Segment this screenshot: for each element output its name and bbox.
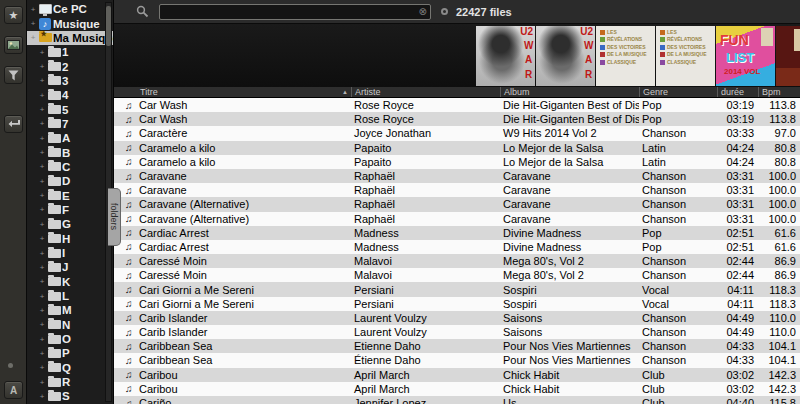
table-row[interactable]: ♫CariñoJennifer LopezUsClub04:40115.8 [114,396,800,404]
column-header-album[interactable]: Album [500,87,639,97]
table-row[interactable]: ♫Carib IslanderLaurent VoulzySaisonsChan… [114,311,800,325]
sidebar-item-k[interactable]: +K [27,275,113,289]
expand-plus-icon[interactable]: + [38,292,46,301]
sidebar-item-ce-pc[interactable]: +Ce PC [27,2,113,16]
table-row[interactable]: ♫Caramelo a kiloPapaitoLo Mejor de la Sa… [114,141,800,155]
clear-search-icon[interactable]: ⊗ [419,6,427,17]
table-row[interactable]: ♫CaravaneRaphaëlCaravaneChanson03:31100.… [114,169,800,183]
expand-plus-icon[interactable]: + [38,205,46,214]
sidebar-item-musique[interactable]: +♪Musique [27,16,113,30]
table-row[interactable]: ♫CaravaneRaphaëlCaravaneChanson03:31100.… [114,183,800,197]
expand-plus-icon[interactable]: + [29,33,37,42]
expand-plus-icon[interactable]: + [38,134,46,143]
sidebar-item-b[interactable]: +B [27,145,113,159]
table-row[interactable]: ♫CaribouApril MarchChick HabitClub03:021… [114,368,800,382]
expand-plus-icon[interactable]: + [38,62,46,71]
expand-plus-icon[interactable]: + [38,76,46,85]
sidebar-item-h[interactable]: +H [27,232,113,246]
expand-plus-icon[interactable]: + [38,162,46,171]
expand-plus-icon[interactable]: + [38,263,46,272]
cell-bpm: 142.3 [758,369,800,381]
column-header-artist[interactable]: Artiste [351,87,500,97]
table-row[interactable]: ♫Caribbean SeaEtienne DahoPour Nos Vies … [114,339,800,353]
album-cover-fun-list[interactable]: FUNLIST2014 VOL [716,26,775,86]
expand-plus-icon[interactable]: + [38,320,46,329]
album-cover-u2-war[interactable]: U2WAR [536,26,595,86]
column-header-dur[interactable]: durée [717,87,758,97]
sidebar-item-1[interactable]: +1 [27,45,113,59]
expand-plus-icon[interactable]: + [38,119,46,128]
sidebar-item-4[interactable]: +4 [27,88,113,102]
sidebar-item-d[interactable]: +D [27,174,113,188]
expand-plus-icon[interactable]: + [38,234,46,243]
sidebar-item-f[interactable]: +F [27,203,113,217]
sidebar-item-r[interactable]: +R [27,375,113,389]
table-row[interactable]: ♫Cardiac ArrestMadnessDivine MadnessPop0… [114,240,800,254]
sidebar-item-7[interactable]: +7 [27,117,113,131]
back-button[interactable] [4,115,23,133]
expand-plus-icon[interactable]: + [38,335,46,344]
search-input[interactable] [160,6,430,18]
expand-plus-icon[interactable]: + [38,378,46,387]
table-row[interactable]: ♫Caravane (Alternative)RaphaëlCaravaneCh… [114,212,800,226]
table-row[interactable]: ♫CaribouApril MarchChick HabitClub03:021… [114,382,800,396]
sidebar-item-j[interactable]: +J [27,260,113,274]
sidebar-item-m[interactable]: +M [27,303,113,317]
sidebar-item-a[interactable]: +A [27,131,113,145]
expand-plus-icon[interactable]: + [38,392,46,401]
sidebar-item-c[interactable]: +C [27,160,113,174]
album-cover-partial[interactable] [776,26,800,86]
expand-plus-icon[interactable]: + [38,363,46,372]
tree-scrollbar-thumb[interactable] [106,6,111,46]
album-cover-revelations-classique[interactable]: LESRÉVÉLATIONSDES VICTOIRESDE LA MUSIQUE… [656,26,715,86]
sidebar-item-5[interactable]: +5 [27,102,113,116]
table-row[interactable]: ♫Caravane (Alternative)RaphaëlCaravaneCh… [114,197,800,211]
sidebar-item-n[interactable]: +N [27,318,113,332]
table-row[interactable]: ♫Cari Giorni a Me SereniPersianiSospiriV… [114,282,800,296]
sidebar-item-e[interactable]: +E [27,188,113,202]
filter-button[interactable] [4,66,23,84]
sidebar-item-3[interactable]: +3 [27,74,113,88]
sidebar-item-2[interactable]: +2 [27,59,113,73]
table-row[interactable]: ♫Car WashRose RoyceDie Hit-Giganten Best… [114,98,800,112]
expand-plus-icon[interactable]: + [29,19,37,28]
expand-plus-icon[interactable]: + [38,105,46,114]
album-cover-revelations-classique[interactable]: LESRÉVÉLATIONSDES VICTOIRESDE LA MUSIQUE… [596,26,655,86]
album-cover-u2-war[interactable]: U2WAR [476,26,535,86]
table-row[interactable]: ♫Caribbean SeaÉtienne DahoPour Nos Vies … [114,353,800,367]
table-row[interactable]: ♫Caramelo a kiloPapaitoLo Mejor de la Sa… [114,155,800,169]
table-row[interactable]: ♫Cari Giorni a Me SereniPersianiSospiriV… [114,297,800,311]
column-header-genre[interactable]: Genre [639,87,717,97]
table-row[interactable]: ♫Carib IslanderLaurent VoulzySaisonsChan… [114,325,800,339]
sidebar-item-q[interactable]: +Q [27,361,113,375]
album-art-button[interactable] [4,36,23,54]
folders-tab[interactable]: folders [108,188,121,246]
favorite-star-button[interactable]: ★ [4,6,23,24]
sidebar-item-l[interactable]: +L [27,289,113,303]
sidebar-item-g[interactable]: +G [27,217,113,231]
sidebar-item-p[interactable]: +P [27,346,113,360]
expand-plus-icon[interactable]: + [38,177,46,186]
expand-plus-icon[interactable]: + [38,306,46,315]
column-header-bpm[interactable]: Bpm [758,87,800,97]
table-row[interactable]: ♫Cardiac ArrestMadnessDivine MadnessPop0… [114,226,800,240]
expand-plus-icon[interactable]: + [38,191,46,200]
table-row[interactable]: ♫Car WashRose RoyceDie Hit-Giganten Best… [114,112,800,126]
expand-plus-icon[interactable]: + [38,48,46,57]
expand-plus-icon[interactable]: + [38,249,46,258]
table-row[interactable]: ♫Caressé MoinMalavoiMega 80's, Vol 2Chan… [114,268,800,282]
table-row[interactable]: ♫Caressé MoinMalavoiMega 80's, Vol 2Chan… [114,254,800,268]
expand-plus-icon[interactable]: + [29,5,37,14]
letter-jump-button[interactable]: A [4,381,23,399]
sidebar-item-o[interactable]: +O [27,332,113,346]
sidebar-item-ma-musique[interactable]: +Ma Musique [27,31,113,45]
sidebar-item-i[interactable]: +I [27,246,113,260]
expand-plus-icon[interactable]: + [38,349,46,358]
table-row[interactable]: ♫CaractèreJoyce JonathanW9 Hits 2014 Vol… [114,126,800,140]
expand-plus-icon[interactable]: + [38,220,46,229]
column-header-title[interactable]: Titre▲ [114,87,351,97]
expand-plus-icon[interactable]: + [38,148,46,157]
expand-plus-icon[interactable]: + [38,91,46,100]
sidebar-item-s[interactable]: +S [27,389,113,403]
expand-plus-icon[interactable]: + [38,277,46,286]
